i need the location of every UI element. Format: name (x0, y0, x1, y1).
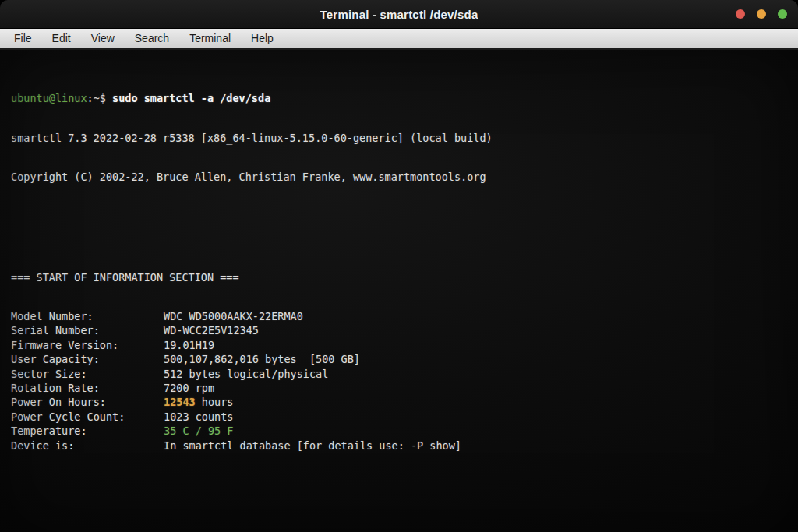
info-label: Power On Hours: (11, 395, 164, 409)
copyright-line: Copyright (C) 2002-22, Bruce Allen, Chri… (11, 170, 798, 185)
prompt-user-host: ubuntu@linux (11, 92, 87, 104)
menu-file[interactable]: File (14, 29, 32, 48)
menu-edit[interactable]: Edit (52, 29, 71, 48)
info-label: Serial Number: (11, 323, 164, 337)
info-row: Model Number:WDC WD5000AAKX-22ERMA0 (11, 309, 798, 323)
terminal-output[interactable]: ubuntu@linux:~$ sudo smartctl -a /dev/sd… (0, 50, 798, 532)
info-row: Firmware Version:19.01H19 (11, 338, 798, 352)
window-title: Terminal - smartctl /dev/sda (320, 8, 478, 21)
menubar: FileEditViewSearchTerminalHelp (0, 29, 798, 50)
terminal-window: Terminal - smartctl /dev/sda FileEditVie… (0, 0, 798, 532)
info-value: WD-WCC2E5V12345 (164, 323, 259, 337)
info-value: 35 C / 95 F (164, 424, 233, 438)
info-value: 7200 rpm (164, 381, 214, 395)
info-row: User Capacity:500,107,862,016 bytes [500… (11, 352, 798, 366)
prompt-suffix: :~$ (87, 92, 113, 104)
close-icon[interactable] (736, 9, 745, 19)
info-label: Temperature: (11, 424, 164, 438)
menu-view[interactable]: View (91, 29, 115, 48)
info-label: Firmware Version: (11, 338, 164, 352)
info-row: Temperature:35 C / 95 F (11, 424, 798, 438)
titlebar[interactable]: Terminal - smartctl /dev/sda (0, 0, 798, 29)
info-value: 500,107,862,016 bytes [500 GB] (164, 352, 360, 366)
info-value: WDC WD5000AAKX-22ERMA0 (164, 309, 303, 323)
info-value: In smartctl database [for details use: -… (164, 439, 461, 453)
info-label: Model Number: (11, 309, 164, 323)
minimize-icon[interactable] (757, 9, 766, 19)
menu-help[interactable]: Help (251, 29, 274, 48)
info-label: Sector Size: (11, 367, 164, 381)
maximize-icon[interactable] (778, 9, 787, 19)
menu-terminal[interactable]: Terminal (189, 29, 231, 48)
info-row: Device is:In smartctl database [for deta… (11, 439, 798, 453)
info-value: 19.01H19 (164, 338, 214, 352)
info-row: Power Cycle Count:1023 counts (11, 410, 798, 424)
info-row: Rotation Rate:7200 rpm (11, 381, 798, 395)
info-label: Rotation Rate: (11, 381, 164, 395)
info-row: Sector Size:512 bytes logical/physical (11, 367, 798, 381)
menu-search[interactable]: Search (135, 29, 169, 48)
info-section-header: === START OF INFORMATION SECTION === (11, 270, 798, 285)
prompt-line: ubuntu@linux:~$ sudo smartctl -a /dev/sd… (11, 91, 798, 106)
info-rows: Model Number:WDC WD5000AAKX-22ERMA0Seria… (11, 309, 798, 453)
window-controls (736, 0, 787, 28)
info-value: 512 bytes logical/physical (164, 367, 328, 381)
info-value: 12543 hours (164, 395, 233, 409)
command-text: sudo smartctl -a /dev/sda (112, 92, 270, 104)
version-line: smartctl 7.3 2022-02-28 r5338 [x86_64-li… (11, 131, 798, 146)
info-label: Device is: (11, 439, 164, 453)
info-label: User Capacity: (11, 352, 164, 366)
info-value: 1023 counts (164, 410, 233, 424)
info-label: Power Cycle Count: (11, 410, 164, 424)
info-row: Power On Hours:12543 hours (11, 395, 798, 409)
info-row: Serial Number:WD-WCC2E5V12345 (11, 323, 798, 337)
